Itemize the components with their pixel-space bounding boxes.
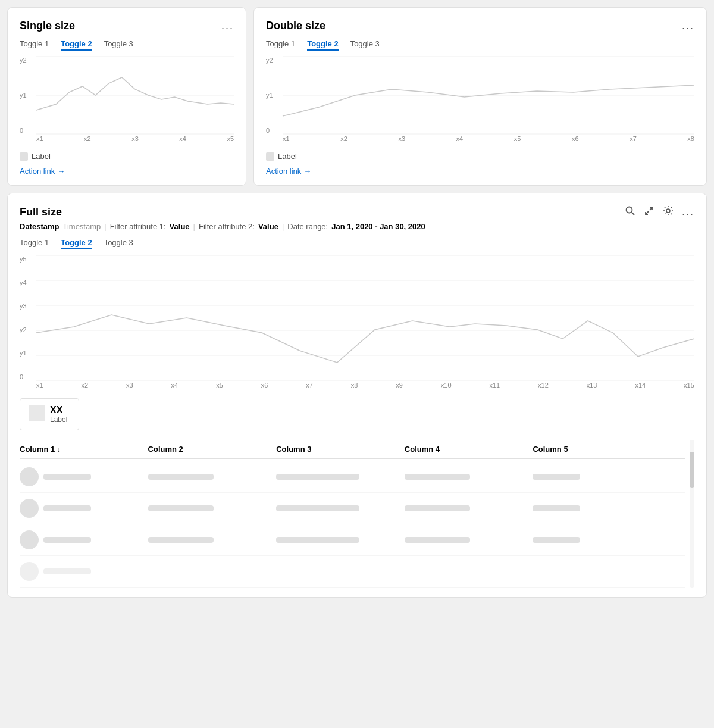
single-legend-text: Label: [32, 152, 51, 161]
skeleton-text: [43, 568, 91, 574]
sep2: |: [193, 222, 195, 231]
full-toggle-1[interactable]: Toggle 1: [20, 238, 49, 249]
row-cell-3: [276, 474, 405, 480]
settings-icon[interactable]: [663, 205, 674, 218]
single-card-header: Single size ...: [20, 20, 234, 32]
single-x4: x4: [179, 135, 186, 146]
single-chart-area: y2 y1 0 x1 x2 x3 x4 x5: [20, 57, 234, 146]
col-header-1[interactable]: Column 1 ↓: [20, 445, 148, 454]
row-cell-2: [148, 474, 277, 480]
skeleton-text: [533, 537, 580, 543]
row-cell-2: [148, 537, 277, 543]
data-table: Column 1 ↓ Column 2 Column 3 Column 4 Co…: [20, 440, 694, 588]
row-cell-5: [533, 537, 661, 543]
single-y1: y1: [20, 92, 34, 99]
filter1-label: Filter attribute 1:: [110, 222, 166, 231]
double-x8: x8: [687, 135, 694, 146]
skeleton-text: [405, 474, 470, 480]
timestamp-label[interactable]: Timestamp: [62, 222, 101, 231]
svg-line-7: [631, 213, 634, 215]
double-legend-box: [266, 152, 274, 161]
col-header-4[interactable]: Column 4: [405, 445, 533, 454]
double-x7: x7: [630, 135, 637, 146]
full-toggles: Toggle 1 Toggle 2 Toggle 3: [20, 238, 694, 249]
skeleton-text: [43, 474, 91, 480]
single-legend: Label: [20, 152, 234, 161]
filter-bar: Datestamp Timestamp | Filter attribute 1…: [20, 222, 694, 231]
legend-icon: [29, 405, 45, 421]
single-more-button[interactable]: ...: [221, 20, 234, 32]
single-chart-inner: [36, 57, 234, 134]
single-toggle-3[interactable]: Toggle 3: [104, 39, 133, 51]
double-x1: x1: [283, 135, 290, 146]
double-card-header: Double size ...: [266, 20, 694, 32]
row-cell-1: [20, 562, 148, 581]
col-header-5[interactable]: Column 5: [533, 445, 661, 454]
single-toggle-2[interactable]: Toggle 2: [61, 39, 92, 51]
sort-icon: ↓: [57, 446, 61, 453]
daterange-label: Date range:: [287, 222, 328, 231]
skeleton-text: [533, 474, 580, 480]
row-cell-3: [276, 505, 405, 511]
skeleton-text: [148, 505, 214, 511]
skeleton-text: [276, 474, 359, 480]
single-x2: x2: [84, 135, 91, 146]
row-cell-4: [405, 505, 533, 511]
avatar: [20, 562, 39, 581]
full-legend: XX Label: [20, 398, 79, 430]
double-toggle-3[interactable]: Toggle 3: [350, 39, 380, 51]
scrollbar-thumb[interactable]: [690, 452, 694, 488]
double-x6: x6: [572, 135, 579, 146]
table-row: [20, 524, 685, 556]
double-action-link[interactable]: Action link →: [266, 167, 694, 176]
double-chart-inner: [283, 57, 694, 134]
full-toggle-2[interactable]: Toggle 2: [61, 238, 92, 249]
daterange-value[interactable]: Jan 1, 2020 - Jan 30, 2020: [331, 222, 425, 231]
double-x5: x5: [514, 135, 521, 146]
single-card-title: Single size: [20, 20, 75, 32]
single-y0: 0: [20, 127, 34, 134]
double-y-labels: y2 y1 0: [266, 57, 280, 134]
legend-subtitle: Label: [50, 415, 67, 424]
col-header-3[interactable]: Column 3: [276, 445, 405, 454]
double-x3: x3: [398, 135, 405, 146]
filter1-value[interactable]: Value: [170, 222, 190, 231]
skeleton-text: [148, 537, 214, 543]
double-y1: y1: [266, 92, 280, 99]
single-action-link[interactable]: Action link →: [20, 167, 234, 176]
col-header-2[interactable]: Column 2: [148, 445, 277, 454]
search-icon[interactable]: [625, 205, 635, 218]
skeleton-text: [276, 505, 359, 511]
double-x4: x4: [456, 135, 464, 146]
datestamp-label[interactable]: Datestamp: [20, 222, 59, 231]
single-legend-box: [20, 152, 28, 161]
filter2-label: Filter attribute 2:: [199, 222, 255, 231]
full-toggle-3[interactable]: Toggle 3: [104, 238, 133, 249]
full-header-icons: ...: [625, 205, 694, 218]
table-row: [20, 556, 685, 588]
legend-title: XX: [50, 405, 67, 415]
table-row: [20, 493, 685, 524]
double-toggles: Toggle 1 Toggle 2 Toggle 3: [266, 39, 694, 51]
double-y0: 0: [266, 127, 280, 134]
row-cell-3: [276, 537, 405, 543]
single-x1: x1: [36, 135, 43, 146]
double-size-card: Double size ... Toggle 1 Toggle 2 Toggle…: [253, 7, 707, 186]
double-more-button[interactable]: ...: [682, 20, 694, 32]
filter2-value[interactable]: Value: [258, 222, 278, 231]
scrollbar-track[interactable]: [690, 440, 694, 588]
double-toggle-2[interactable]: Toggle 2: [307, 39, 338, 51]
expand-icon[interactable]: [644, 205, 654, 218]
full-more-button[interactable]: ...: [682, 206, 694, 218]
table-header-row: Column 1 ↓ Column 2 Column 3 Column 4 Co…: [20, 440, 685, 459]
row-cell-1: [20, 530, 148, 549]
skeleton-text: [405, 505, 470, 511]
double-toggle-1[interactable]: Toggle 1: [266, 39, 295, 51]
single-toggle-1[interactable]: Toggle 1: [20, 39, 49, 51]
legend-text-group: XX Label: [50, 405, 67, 424]
skeleton-text: [43, 505, 91, 511]
col-header-scrollbar-space: [661, 445, 685, 454]
full-chart-area: y5 y4 y3 y2 y1 0 x1 x2 x3 x4 x5 x6: [20, 255, 694, 392]
single-y2: y2: [20, 57, 34, 64]
row-cell-5: [533, 474, 661, 480]
